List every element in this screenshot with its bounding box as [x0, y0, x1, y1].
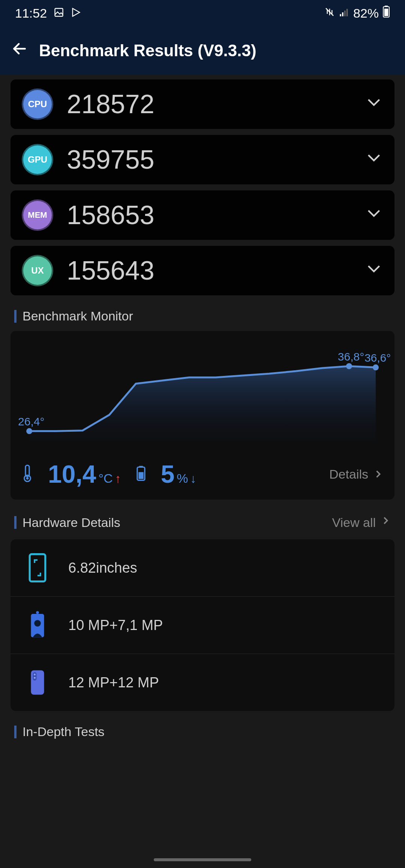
svg-rect-7 — [384, 9, 388, 16]
section-bar-icon — [14, 516, 16, 529]
svg-point-19 — [34, 620, 41, 627]
chevron-down-icon — [364, 204, 383, 227]
temperature-chart: 26,4° 36,8° 36,6° — [22, 340, 383, 445]
svg-point-24 — [34, 677, 36, 679]
ux-badge-icon: UX — [22, 255, 53, 286]
hardware-card: 6.82inches 10 MP+7,1 MP 12 MP+12 MP — [10, 539, 394, 711]
svg-rect-3 — [344, 10, 346, 16]
section-title-monitor: Benchmark Monitor — [22, 309, 133, 323]
svg-rect-17 — [30, 554, 45, 582]
status-battery-pct: 82% — [353, 6, 379, 21]
gallery-icon — [54, 6, 64, 21]
section-bar-icon — [14, 310, 16, 323]
score-card-cpu[interactable]: CPU 218572 — [10, 79, 394, 129]
cpu-badge-icon: CPU — [22, 88, 53, 120]
hw-selfie-text: 10 MP+7,1 MP — [68, 617, 163, 633]
view-all-button[interactable]: View all — [332, 515, 376, 530]
chevron-down-icon — [364, 93, 383, 116]
battery-small-icon — [136, 466, 146, 482]
monitor-details-button[interactable]: Details — [329, 467, 383, 482]
score-card-mem[interactable]: MEM 158653 — [10, 190, 394, 240]
svg-point-10 — [373, 364, 379, 370]
arrow-down-icon: ↓ — [190, 472, 196, 486]
section-title-hardware: Hardware Details — [22, 515, 120, 530]
cpu-score-value: 218572 — [67, 89, 364, 119]
svg-point-8 — [26, 428, 32, 434]
chart-label-start: 26,4° — [18, 415, 44, 428]
mem-score-value: 158653 — [67, 200, 364, 230]
status-bar: 11:52 82% — [0, 0, 405, 26]
section-header-monitor: Benchmark Monitor — [10, 301, 394, 331]
chart-label-mid: 36,8° — [338, 350, 364, 363]
rear-camera-icon — [26, 667, 50, 697]
monitor-card: 26,4° 36,8° 36,6° 10,4 °C ↑ 5 % ↓ — [10, 331, 394, 500]
gpu-score-value: 359755 — [67, 145, 364, 175]
chevron-down-icon — [364, 148, 383, 171]
status-time: 11:52 — [15, 6, 47, 21]
screen-icon — [26, 553, 50, 583]
svg-point-20 — [36, 611, 39, 614]
section-title-indepth: In-Depth Tests — [22, 724, 105, 739]
svg-point-9 — [346, 363, 352, 369]
mem-badge-icon: MEM — [22, 199, 53, 231]
battery-icon — [382, 6, 390, 21]
gpu-badge-icon: GPU — [22, 144, 53, 175]
svg-rect-2 — [342, 12, 344, 16]
svg-rect-4 — [346, 9, 348, 16]
ux-score-value: 155643 — [67, 256, 364, 286]
svg-rect-1 — [340, 14, 341, 16]
play-icon — [71, 6, 81, 21]
hw-rear-text: 12 MP+12 MP — [68, 675, 159, 691]
vibrate-icon — [324, 6, 335, 21]
svg-rect-16 — [138, 472, 143, 479]
svg-rect-22 — [33, 672, 37, 681]
signal-icon — [339, 6, 350, 21]
battery-delta-unit: % — [177, 471, 188, 486]
svg-point-13 — [26, 477, 29, 480]
score-card-gpu[interactable]: GPU 359755 — [10, 135, 394, 184]
hw-row-rear[interactable]: 12 MP+12 MP — [10, 654, 394, 711]
back-button[interactable] — [11, 40, 28, 61]
app-header: Benchmark Results (V9.3.3) — [0, 26, 405, 75]
chevron-right-icon — [373, 467, 383, 482]
home-indicator[interactable] — [154, 858, 251, 861]
temp-delta-unit: °C — [98, 471, 112, 486]
hw-screen-text: 6.82inches — [68, 560, 137, 576]
arrow-up-icon: ↑ — [115, 472, 121, 486]
section-header-hardware: Hardware Details View all — [10, 506, 394, 539]
selfie-camera-icon — [26, 610, 50, 640]
hw-row-screen[interactable]: 6.82inches — [10, 539, 394, 597]
chevron-down-icon — [364, 259, 383, 282]
score-card-ux[interactable]: UX 155643 — [10, 246, 394, 295]
section-bar-icon — [14, 726, 16, 738]
temp-delta-value: 10,4 — [48, 460, 96, 488]
hw-row-selfie[interactable]: 10 MP+7,1 MP — [10, 597, 394, 654]
battery-delta-value: 5 — [161, 460, 175, 488]
svg-point-23 — [34, 673, 36, 675]
section-header-indepth: In-Depth Tests — [10, 717, 394, 747]
chart-label-end: 36,6° — [364, 352, 391, 364]
page-title: Benchmark Results (V9.3.3) — [39, 41, 256, 60]
svg-rect-0 — [55, 8, 63, 16]
thermometer-icon — [22, 464, 33, 484]
chevron-right-icon[interactable] — [380, 513, 391, 532]
